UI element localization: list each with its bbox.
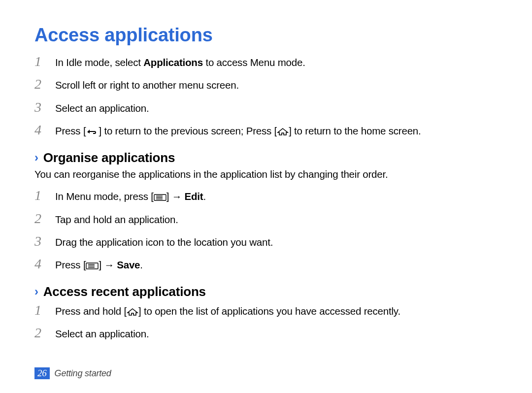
rec-step-1: 1 Press and hold [] to open the list of … (34, 301, 498, 319)
step-number: 3 (34, 232, 55, 250)
step-number: 2 (34, 210, 55, 228)
page-title: Access applications (34, 25, 498, 46)
step-text: Press [] → Save. (55, 259, 498, 272)
organise-steps: 1 In Menu mode, press [] → Edit. 2 Tap a… (34, 187, 498, 273)
step-text: In Menu mode, press [] → Edit. (55, 190, 498, 203)
org-step-4: 4 Press [] → Save. (34, 255, 498, 273)
rec-step-2: 2 Select an application. (34, 324, 498, 342)
step-number: 4 (34, 121, 55, 139)
home-icon (277, 128, 289, 135)
page-footer: 26 Getting started (34, 367, 111, 379)
step-number: 3 (34, 98, 55, 116)
step-text: Select an application. (55, 102, 498, 115)
sub-heading: Access recent applications (43, 284, 206, 299)
step-number: 2 (34, 75, 55, 93)
chevron-icon: › (34, 286, 38, 297)
home-icon (127, 308, 138, 316)
organise-heading: › Organise applications (34, 150, 498, 165)
chevron-icon: › (34, 152, 38, 164)
step-number: 1 (34, 53, 55, 70)
step-text: Press [] to return to the previous scree… (55, 125, 498, 138)
org-step-1: 1 In Menu mode, press [] → Edit. (34, 187, 498, 204)
step-number: 4 (34, 255, 55, 273)
org-step-3: 3 Drag the application icon to the locat… (34, 232, 498, 250)
step-3: 3 Select an application. (34, 98, 498, 116)
page-number: 26 (34, 367, 50, 379)
step-4: 4 Press [] to return to the previous scr… (34, 121, 498, 139)
org-step-2: 2 Tap and hold an application. (34, 210, 498, 228)
step-number: 2 (34, 324, 55, 342)
recent-steps: 1 Press and hold [] to open the list of … (34, 301, 498, 342)
sub-heading: Organise applications (43, 150, 175, 165)
step-text: Select an application. (55, 328, 498, 341)
step-text: Tap and hold an application. (55, 213, 498, 227)
recent-heading: › Access recent applications (34, 284, 498, 299)
main-steps: 1 In Idle mode, select Applications to a… (34, 53, 498, 139)
back-icon (86, 128, 99, 135)
step-2: 2 Scroll left or right to another menu s… (34, 75, 498, 93)
step-text: Scroll left or right to another menu scr… (55, 79, 498, 92)
menu-icon (154, 194, 166, 201)
step-1: 1 In Idle mode, select Applications to a… (34, 53, 498, 70)
step-number: 1 (34, 301, 55, 319)
organise-intro: You can reorganise the applications in t… (34, 167, 498, 181)
footer-section: Getting started (55, 368, 111, 379)
step-text: Press and hold [] to open the list of ap… (55, 305, 498, 318)
step-number: 1 (34, 187, 55, 204)
step-text: Drag the application icon to the locatio… (55, 236, 498, 249)
menu-icon (86, 262, 99, 269)
step-text: In Idle mode, select Applications to acc… (55, 56, 498, 69)
